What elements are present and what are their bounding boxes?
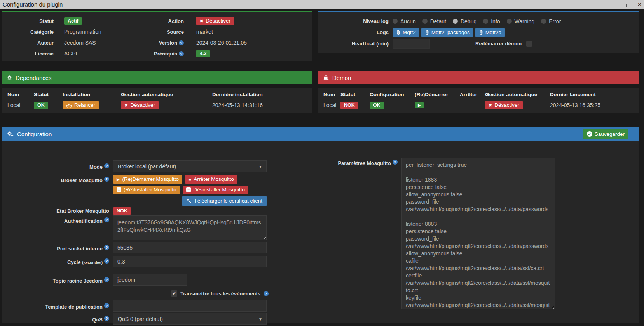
download-client-certificate-button[interactable]: Télécharger le certificat client xyxy=(182,196,267,206)
log-level-radio-debug[interactable]: Debug xyxy=(453,18,476,24)
window-restore-button[interactable] xyxy=(626,2,631,7)
niveau-log-label: Niveau log xyxy=(318,16,389,27)
mode-select[interactable]: Broker local (par défaut) ▼ xyxy=(113,160,267,172)
logs-label: Logs xyxy=(318,27,389,38)
version-label: Version? xyxy=(134,37,187,48)
key-icon xyxy=(187,199,192,204)
statut-label: Statut xyxy=(2,16,56,26)
log-level-radio-info[interactable]: Info xyxy=(483,18,500,24)
deactivate-plugin-button[interactable]: ✖ Désactiver xyxy=(196,17,234,25)
demon-header: Démon xyxy=(318,71,639,84)
log-level-radio-aucun[interactable]: Aucun xyxy=(393,18,416,24)
restart-daemon-label: Redémarrer démon xyxy=(475,41,522,47)
heartbeat-label: Heartbeat (min) xyxy=(318,38,389,49)
column-header: Gestion automatique xyxy=(485,90,550,99)
heartbeat-input[interactable] xyxy=(393,39,430,49)
chevron-down-icon: ▼ xyxy=(258,165,262,169)
qos-label: QoS? xyxy=(2,316,109,323)
help-icon[interactable]: ? xyxy=(104,163,109,168)
license-label: License xyxy=(2,48,56,59)
log-file-button-mqtt2[interactable]: Mqtt2 xyxy=(393,28,419,37)
column-header: Nom xyxy=(7,90,34,99)
radio-icon xyxy=(393,19,398,24)
template-publication-input[interactable] xyxy=(113,300,267,312)
uninstall-mosquitto-button[interactable]: − Désinstaller Mosquitto xyxy=(183,186,248,194)
plus-square-icon: + xyxy=(117,187,121,192)
disable-auto-management-button[interactable]: ✖ Désactiver xyxy=(121,101,159,109)
version-value: 2024-03-26 01:21:05 xyxy=(187,37,312,48)
help-icon[interactable]: ? xyxy=(104,177,109,182)
paperclip-icon xyxy=(425,30,429,35)
categorie-label: Catégorie xyxy=(2,26,56,37)
daemon-status-badge: NOK xyxy=(340,102,358,109)
dependency-status-badge: OK xyxy=(34,102,48,109)
help-icon[interactable]: ? xyxy=(104,217,109,222)
paperclip-icon xyxy=(396,30,400,35)
dependency-name: Local xyxy=(7,99,34,111)
relaunch-dependencies-button[interactable]: Relancer xyxy=(63,101,99,109)
log-file-button-mqtt2-packages[interactable]: Mqtt2_packages xyxy=(421,28,473,37)
log-level-radio-error[interactable]: Error xyxy=(541,18,561,24)
parametres-mosquitto-textarea[interactable]: per_listener_settings true listener 1883… xyxy=(401,158,555,309)
help-icon[interactable]: ? xyxy=(104,258,109,264)
qos-select[interactable]: QoS 0 (par défaut) ▼ xyxy=(113,313,267,325)
parametres-mosquitto-label: Paramètres Mosquitto? xyxy=(297,160,398,166)
scrollbar-track[interactable] xyxy=(642,42,642,326)
column-header: Nom xyxy=(323,90,340,99)
help-icon[interactable]: ? xyxy=(179,40,184,45)
plugin-status-badge: Actif xyxy=(64,17,82,25)
restart-daemon-button[interactable]: ▶ xyxy=(415,102,424,108)
column-header: Gestion automatique xyxy=(121,90,212,99)
topic-racine-input[interactable] xyxy=(113,274,187,286)
stop-daemon-cell xyxy=(460,99,485,111)
transmit-all-events-checkbox[interactable]: ✔ xyxy=(171,290,177,297)
port-socket-label: Port socket interne? xyxy=(2,245,109,251)
disable-daemon-auto-button[interactable]: ✖ Désactiver xyxy=(485,101,523,109)
auteur-value: Jeedom SAS xyxy=(56,37,134,48)
help-icon[interactable]: ? xyxy=(393,160,398,165)
log-file-button-mqtt2d[interactable]: Mqtt2d xyxy=(475,28,505,37)
transmit-all-events-row: ✔ Transmettre tous les évènements? xyxy=(113,290,269,297)
help-icon[interactable]: ? xyxy=(264,291,269,296)
radio-selected-icon xyxy=(453,19,458,24)
install-mosquitto-button[interactable]: + (Ré)Installer Mosquitto xyxy=(113,186,180,194)
stop-mosquitto-button[interactable]: ■ Arrêter Mosquitto xyxy=(185,175,237,184)
authentification-textarea[interactable]: jeedom:t3T376Gx9G8AQKX8WJQqtHQpHsq5rUlJD… xyxy=(113,215,267,240)
prerequis-badge: 4.2 xyxy=(196,50,210,57)
template-publication-label: Template de publication? xyxy=(2,303,109,310)
plugin-info-panel: Statut Actif Action ✖ Désactiver Catégor… xyxy=(2,11,312,61)
help-icon[interactable]: ? xyxy=(104,277,109,282)
column-header: (Re)Démarrer xyxy=(415,90,460,99)
source-label: Source xyxy=(134,26,187,37)
cycle-label: Cycle (secondes)? xyxy=(2,258,109,265)
port-socket-input[interactable] xyxy=(113,242,267,253)
cogs-icon xyxy=(7,131,14,137)
gear-icon xyxy=(7,75,12,80)
window-title: Configuration du plugin xyxy=(3,1,63,8)
minus-square-icon: − xyxy=(186,187,191,192)
check-circle-icon: ✔ xyxy=(587,131,592,137)
radio-icon xyxy=(541,19,546,24)
radio-icon xyxy=(507,19,512,24)
log-level-radio-defaut[interactable]: Defaut xyxy=(422,18,446,24)
column-header: Dernier lancement xyxy=(550,90,634,99)
help-icon[interactable]: ? xyxy=(179,51,184,56)
restart-daemon-checkbox[interactable] xyxy=(526,41,532,47)
help-icon[interactable]: ? xyxy=(104,316,109,321)
close-icon: ✖ xyxy=(200,19,203,23)
log-level-radio-warning[interactable]: Warning xyxy=(507,18,535,24)
paperclip-icon xyxy=(479,30,483,35)
authentification-label: Authentification? xyxy=(2,217,109,224)
cycle-input[interactable] xyxy=(113,256,267,267)
demon-table: Nom Statut Configuration (Re)Démarrer Ar… xyxy=(318,88,639,113)
auteur-label: Auteur xyxy=(2,37,56,48)
help-icon[interactable]: ? xyxy=(104,245,109,250)
prerequis-label: Prérequis? xyxy=(134,48,187,59)
window-close-button[interactable]: × xyxy=(637,1,642,8)
restart-mosquitto-button[interactable]: ▶ (Re)Démarrer Mosquitto xyxy=(113,175,182,184)
column-header: Installation xyxy=(63,90,121,99)
configuration-panel: Configuration ✔ Sauvegarder Mode? Broker… xyxy=(2,127,639,323)
save-button[interactable]: ✔ Sauvegarder xyxy=(583,129,628,139)
column-header: Dernière installation xyxy=(212,90,307,99)
help-icon[interactable]: ? xyxy=(104,303,109,308)
